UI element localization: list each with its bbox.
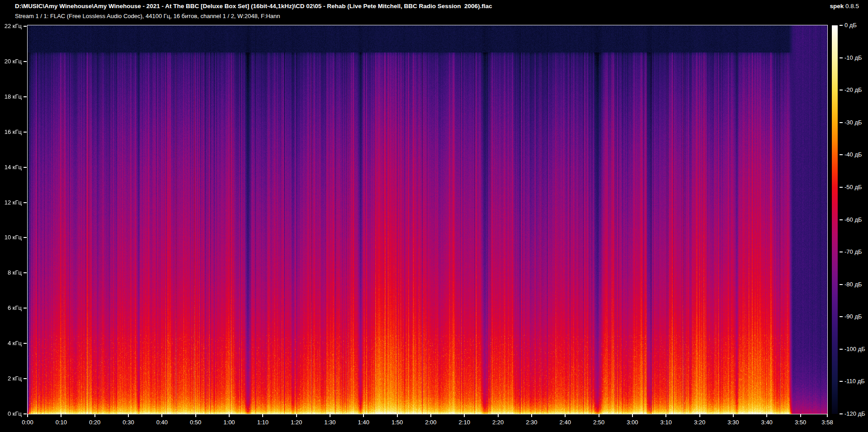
time-tick [800, 414, 801, 417]
time-tick-label: 0:50 [182, 419, 209, 426]
time-tick-label: 2:40 [552, 419, 579, 426]
time-tick-label: 2:10 [451, 419, 478, 426]
time-tick-label: 3:40 [753, 419, 780, 426]
time-tick-label: 2:30 [518, 419, 545, 426]
db-tick [840, 187, 843, 188]
freq-tick-label: 20 кГц [0, 58, 22, 65]
time-tick [565, 414, 566, 417]
time-tick [827, 414, 828, 417]
time-tick-label: 3:10 [652, 419, 679, 426]
db-tick [840, 316, 843, 317]
time-tick-label: 2:50 [585, 419, 613, 426]
time-tick-label: 1:50 [384, 419, 411, 426]
db-tick [840, 25, 843, 26]
time-tick [766, 414, 767, 417]
db-tick-label: -10 дБ [844, 54, 862, 62]
freq-tick [24, 413, 27, 414]
time-tick [498, 414, 499, 417]
stream-info: Stream 1 / 1: FLAC (Free Lossless Audio … [15, 13, 280, 19]
freq-tick [24, 61, 27, 62]
time-tick-label: 1:00 [216, 419, 243, 426]
db-tick [840, 349, 843, 350]
db-tick-label: -20 дБ [844, 86, 862, 94]
time-tick [61, 414, 61, 417]
freq-tick [24, 26, 27, 27]
app-version-label: spek 0.8.5 [830, 3, 859, 9]
freq-tick-label: 18 кГц [0, 93, 22, 100]
freq-tick [24, 167, 27, 168]
time-tick [330, 414, 330, 417]
spectrogram-plot-frame [27, 25, 828, 414]
time-tick-label: 2:20 [485, 419, 512, 426]
db-tick [840, 284, 843, 285]
db-tick-label: -30 дБ [844, 119, 862, 126]
freq-tick-label: 8 кГц [0, 269, 22, 276]
freq-tick-label: 22 кГц [0, 23, 22, 30]
freq-tick [24, 132, 27, 133]
db-tick-label: -40 дБ [844, 151, 862, 158]
time-tick [699, 414, 700, 417]
time-tick-label: 0:30 [115, 419, 142, 426]
freq-tick [24, 237, 27, 238]
time-tick [632, 414, 633, 417]
time-tick [733, 414, 734, 417]
freq-tick-label: 10 кГц [0, 234, 22, 241]
spek-window: D:\MUSIC\Amy Winehouse\Amy Winehouse - 2… [0, 0, 868, 432]
db-tick-label: -110 дБ [844, 378, 865, 385]
db-tick [840, 154, 843, 155]
time-tick-label: 2:00 [417, 419, 444, 426]
time-tick [296, 414, 297, 417]
db-tick [840, 413, 843, 414]
db-tick-label: 0 дБ [844, 22, 857, 29]
db-tick [840, 381, 843, 382]
freq-tick-label: 0 кГц [0, 410, 22, 418]
time-tick-label: 1:20 [283, 419, 310, 426]
time-tick-label: 0:20 [81, 419, 108, 426]
db-tick [840, 90, 843, 90]
time-tick-label: 3:20 [686, 419, 713, 426]
app-version: 0.8.5 [845, 3, 859, 9]
db-tick-label: -90 дБ [844, 313, 862, 320]
db-tick [840, 122, 843, 123]
time-tick-label: 0:40 [148, 419, 175, 426]
freq-tick [24, 378, 27, 379]
time-tick-label: 3:58 [814, 419, 841, 426]
time-tick [27, 414, 28, 417]
app-name: spek [830, 3, 844, 9]
db-tick-label: -60 дБ [844, 216, 862, 223]
db-tick-label: -50 дБ [844, 184, 862, 191]
time-tick [665, 414, 666, 417]
time-tick [363, 414, 364, 417]
freq-tick-label: 12 кГц [0, 199, 22, 206]
time-tick [531, 414, 532, 417]
freq-tick-label: 2 кГц [0, 375, 22, 382]
db-tick [840, 57, 843, 58]
time-tick-label: 1:10 [249, 419, 276, 426]
time-tick [464, 414, 465, 417]
time-tick-label: 1:30 [316, 419, 344, 426]
time-tick-label: 3:50 [787, 419, 814, 426]
db-tick-label: -80 дБ [844, 281, 862, 288]
db-tick-label: -70 дБ [844, 248, 862, 256]
time-tick [128, 414, 129, 417]
db-tick-label: -120 дБ [844, 410, 865, 418]
freq-tick [24, 202, 27, 203]
time-tick-label: 0:10 [47, 419, 75, 426]
time-tick [397, 414, 398, 417]
freq-tick-label: 4 кГц [0, 340, 22, 347]
file-path-title: D:\MUSIC\Amy Winehouse\Amy Winehouse - 2… [15, 3, 492, 9]
time-tick [229, 414, 230, 417]
db-tick [840, 219, 843, 220]
time-tick-label: 0:00 [14, 419, 41, 426]
time-tick-label: 1:40 [350, 419, 377, 426]
time-tick [161, 414, 162, 417]
freq-tick [24, 308, 27, 309]
time-tick-label: 3:00 [619, 419, 646, 426]
freq-tick [24, 272, 27, 273]
db-tick-label: -100 дБ [844, 346, 865, 353]
freq-tick-label: 16 кГц [0, 128, 22, 136]
db-tick [840, 252, 843, 252]
time-tick [195, 414, 196, 417]
time-tick-label: 3:30 [720, 419, 747, 426]
time-tick [94, 414, 95, 417]
